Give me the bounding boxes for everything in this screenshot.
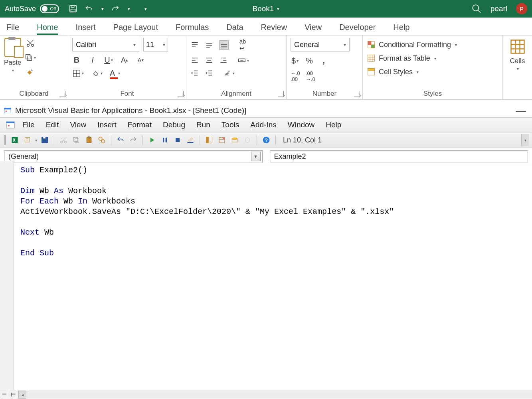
paste-dropdown-icon[interactable]: ▾ <box>12 68 14 73</box>
undo-icon[interactable] <box>115 135 126 145</box>
fill-color-icon[interactable]: ▾ <box>91 69 103 78</box>
save-icon[interactable] <box>69 4 77 13</box>
menu-tools[interactable]: Tools <box>222 120 239 129</box>
orientation-icon[interactable]: ab▾ <box>223 69 235 77</box>
design-mode-icon[interactable] <box>185 135 196 145</box>
project-explorer-icon[interactable] <box>204 135 214 145</box>
align-middle-icon[interactable] <box>205 41 214 49</box>
font-color-icon[interactable]: A▾ <box>110 69 120 78</box>
dropdown-arrow-icon[interactable]: ▼ <box>251 152 261 161</box>
copy-icon[interactable] <box>71 135 81 145</box>
procedure-view-icon[interactable] <box>0 391 9 399</box>
search-icon[interactable] <box>471 4 482 14</box>
conditional-formatting-button[interactable]: Conditional Formatting▾ <box>367 40 457 50</box>
menu-add-ins[interactable]: Add-Ins <box>250 120 277 129</box>
font-size-select[interactable]: 11▾ <box>143 38 168 51</box>
align-bottom-icon[interactable] <box>219 40 229 50</box>
cells-dropdown-icon[interactable]: ▾ <box>517 67 519 71</box>
tab-review[interactable]: Review <box>261 20 287 35</box>
autosave-switch[interactable]: Off <box>40 4 59 13</box>
toolbox-icon[interactable] <box>242 135 253 145</box>
tab-insert[interactable]: Insert <box>76 20 96 35</box>
scroll-left-icon[interactable]: ◂ <box>18 391 26 399</box>
percent-icon[interactable]: % <box>305 56 314 65</box>
borders-icon[interactable]: ▾ <box>72 69 84 78</box>
autosave-toggle[interactable]: AutoSave Off <box>5 4 59 13</box>
undo-dropdown-icon[interactable]: ▾ <box>101 6 104 12</box>
format-as-table-button[interactable]: Format as Table▾ <box>367 53 436 63</box>
insert-dropdown-icon[interactable]: ▾ <box>35 138 37 142</box>
menu-file[interactable]: File <box>22 120 35 129</box>
undo-icon[interactable] <box>85 4 93 13</box>
menu-edit[interactable]: Edit <box>46 120 59 129</box>
align-left-icon[interactable] <box>190 56 199 65</box>
full-module-view-icon[interactable] <box>9 391 18 399</box>
reset-icon[interactable] <box>172 135 183 145</box>
cells-button[interactable]: Cells ▾ <box>509 38 526 71</box>
increase-decimal-icon[interactable]: ←.0.00 <box>291 70 300 82</box>
increase-indent-icon[interactable] <box>205 69 214 77</box>
tab-home[interactable]: Home <box>37 20 58 35</box>
tab-file[interactable]: File <box>6 20 19 35</box>
cut-icon[interactable] <box>58 135 69 145</box>
menu-run[interactable]: Run <box>196 120 210 129</box>
dialog-launcher-icon[interactable] <box>354 91 360 97</box>
break-icon[interactable] <box>160 135 170 145</box>
cut-icon[interactable] <box>26 39 35 47</box>
avatar[interactable]: P <box>516 3 527 14</box>
increase-font-icon[interactable]: A▴ <box>120 56 129 65</box>
cell-styles-button[interactable]: Cell Styles▾ <box>367 67 419 77</box>
run-icon[interactable] <box>147 135 157 145</box>
number-format-select[interactable]: General▾ <box>291 38 350 51</box>
bold-button[interactable]: B <box>72 55 81 65</box>
object-select[interactable]: (General) ▼ <box>4 150 263 162</box>
format-painter-icon[interactable] <box>26 67 35 76</box>
underline-button[interactable]: U▾ <box>104 55 113 65</box>
dialog-launcher-icon[interactable] <box>59 91 65 97</box>
redo-dropdown-icon[interactable]: ▾ <box>128 6 130 12</box>
italic-button[interactable]: I <box>88 55 97 65</box>
tab-view[interactable]: View <box>305 20 322 35</box>
menu-window[interactable]: Window <box>288 120 315 129</box>
dialog-launcher-icon[interactable] <box>278 91 284 97</box>
font-name-select[interactable]: Calibri▾ <box>72 38 139 51</box>
insert-module-icon[interactable] <box>22 135 33 145</box>
menu-view[interactable]: View <box>70 120 86 129</box>
document-title[interactable]: Book1 ▾ <box>253 4 280 13</box>
view-excel-icon[interactable]: X <box>10 135 20 145</box>
minimize-icon[interactable]: — <box>513 105 529 117</box>
save-icon[interactable] <box>40 135 50 145</box>
tab-data[interactable]: Data <box>226 20 243 35</box>
copy-icon[interactable]: ▾ <box>24 53 36 62</box>
currency-icon[interactable]: $▾ <box>291 56 299 65</box>
qat-customize-icon[interactable]: ▾ <box>144 6 147 12</box>
code-editor[interactable]: Sub Example2() Dim Wb As Workbook For Ea… <box>14 161 532 390</box>
paste-button[interactable]: Paste ▾ <box>4 38 21 73</box>
tab-help[interactable]: Help <box>393 20 409 35</box>
doc-title-dropdown-icon[interactable]: ▾ <box>277 6 279 12</box>
menu-debug[interactable]: Debug <box>163 120 185 129</box>
paste-icon[interactable] <box>84 135 94 145</box>
merge-center-icon[interactable]: ▾ <box>237 56 249 65</box>
menu-help[interactable]: Help <box>326 120 341 129</box>
help-icon[interactable]: ? <box>261 135 271 145</box>
tab-formulas[interactable]: Formulas <box>176 20 209 35</box>
tab-page-layout[interactable]: Page Layout <box>113 20 158 35</box>
decrease-indent-icon[interactable] <box>190 69 199 77</box>
object-browser-icon[interactable] <box>229 135 240 145</box>
user-name[interactable]: pearl <box>490 4 507 13</box>
toolbar-overflow-icon[interactable]: ▾ <box>521 134 529 146</box>
align-center-icon[interactable] <box>205 56 214 65</box>
horizontal-scrollbar[interactable] <box>27 391 532 398</box>
properties-icon[interactable] <box>217 135 227 145</box>
dialog-launcher-icon[interactable] <box>178 91 184 97</box>
align-right-icon[interactable] <box>219 56 228 65</box>
redo-icon[interactable] <box>128 135 138 145</box>
redo-icon[interactable] <box>111 4 120 13</box>
decrease-font-icon[interactable]: A▾ <box>136 56 145 65</box>
decrease-decimal-icon[interactable]: .00→.0 <box>306 70 315 82</box>
align-top-icon[interactable] <box>190 41 199 49</box>
wrap-text-icon[interactable]: ab↩ <box>238 38 247 52</box>
menu-format[interactable]: Format <box>128 120 152 129</box>
find-icon[interactable] <box>97 135 107 145</box>
